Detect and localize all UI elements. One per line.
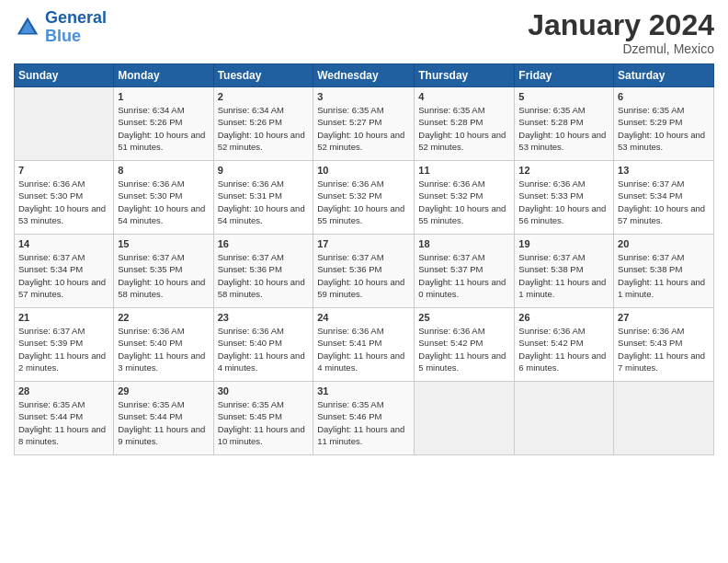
calendar-table: Sunday Monday Tuesday Wednesday Thursday… [14,63,714,455]
day-number: 14 [18,238,109,249]
day-cell-4-3: 31 Sunrise: 6:35 AMSunset: 5:46 PMDaylig… [313,382,415,455]
day-info: Sunrise: 6:35 AMSunset: 5:46 PMDaylight:… [317,398,410,447]
day-number: 4 [418,91,510,102]
day-cell-0-6: 6 Sunrise: 6:35 AMSunset: 5:29 PMDayligh… [614,87,714,161]
day-number: 18 [418,238,510,249]
day-info: Sunrise: 6:37 AMSunset: 5:37 PMDaylight:… [418,251,510,300]
day-number: 3 [317,91,410,102]
day-info: Sunrise: 6:34 AMSunset: 5:26 PMDaylight:… [218,104,310,153]
page-header: General Blue January 2024 Dzemul, Mexico [14,9,714,56]
day-cell-2-2: 16 Sunrise: 6:37 AMSunset: 5:36 PMDaylig… [213,235,313,308]
day-cell-3-0: 21 Sunrise: 6:37 AMSunset: 5:39 PMDaylig… [15,308,114,382]
day-number: 13 [618,165,710,176]
day-number: 6 [618,91,710,102]
day-number: 8 [118,165,209,176]
header-monday: Monday [114,64,213,87]
day-cell-2-3: 17 Sunrise: 6:37 AMSunset: 5:36 PMDaylig… [313,235,415,308]
day-cell-4-1: 29 Sunrise: 6:35 AMSunset: 5:44 PMDaylig… [114,382,213,455]
day-info: Sunrise: 6:36 AMSunset: 5:42 PMDaylight:… [418,325,510,373]
day-info: Sunrise: 6:35 AMSunset: 5:27 PMDaylight:… [317,104,410,153]
day-cell-3-2: 23 Sunrise: 6:36 AMSunset: 5:40 PMDaylig… [213,308,313,382]
day-cell-0-5: 5 Sunrise: 6:35 AMSunset: 5:28 PMDayligh… [515,87,614,161]
day-info: Sunrise: 6:36 AMSunset: 5:31 PMDaylight:… [218,178,310,226]
week-row-3: 14 Sunrise: 6:37 AMSunset: 5:34 PMDaylig… [15,235,714,308]
day-number: 1 [118,91,209,102]
day-number: 21 [18,312,109,323]
day-cell-1-2: 9 Sunrise: 6:36 AMSunset: 5:31 PMDayligh… [213,161,313,235]
day-info: Sunrise: 6:35 AMSunset: 5:45 PMDaylight:… [218,398,310,447]
day-info: Sunrise: 6:36 AMSunset: 5:43 PMDaylight:… [618,325,710,373]
day-cell-2-0: 14 Sunrise: 6:37 AMSunset: 5:34 PMDaylig… [15,235,114,308]
day-info: Sunrise: 6:35 AMSunset: 5:29 PMDaylight:… [618,104,710,153]
day-number: 7 [18,165,109,176]
day-cell-2-4: 18 Sunrise: 6:37 AMSunset: 5:37 PMDaylig… [415,235,515,308]
day-info: Sunrise: 6:37 AMSunset: 5:35 PMDaylight:… [118,251,209,300]
day-number: 25 [418,312,510,323]
day-info: Sunrise: 6:36 AMSunset: 5:42 PMDaylight:… [518,325,609,373]
title-area: January 2024 Dzemul, Mexico [528,9,714,56]
day-number: 19 [518,238,609,249]
day-info: Sunrise: 6:37 AMSunset: 5:38 PMDaylight:… [518,251,609,300]
header-wednesday: Wednesday [313,64,415,87]
day-cell-1-6: 13 Sunrise: 6:37 AMSunset: 5:34 PMDaylig… [614,161,714,235]
day-number: 10 [317,165,410,176]
day-number: 11 [418,165,510,176]
day-cell-2-6: 20 Sunrise: 6:37 AMSunset: 5:38 PMDaylig… [614,235,714,308]
day-cell-3-4: 25 Sunrise: 6:36 AMSunset: 5:42 PMDaylig… [415,308,515,382]
day-number: 5 [518,91,609,102]
day-cell-4-0: 28 Sunrise: 6:35 AMSunset: 5:44 PMDaylig… [15,382,114,455]
day-cell-0-2: 2 Sunrise: 6:34 AMSunset: 5:26 PMDayligh… [213,87,313,161]
day-number: 24 [317,312,410,323]
day-cell-1-3: 10 Sunrise: 6:36 AMSunset: 5:32 PMDaylig… [313,161,415,235]
day-cell-1-4: 11 Sunrise: 6:36 AMSunset: 5:32 PMDaylig… [415,161,515,235]
day-info: Sunrise: 6:36 AMSunset: 5:41 PMDaylight:… [317,325,410,373]
day-number: 22 [118,312,209,323]
day-info: Sunrise: 6:35 AMSunset: 5:28 PMDaylight:… [418,104,510,153]
logo: General Blue [14,9,107,46]
day-cell-4-5 [515,382,614,455]
day-number: 31 [317,385,410,396]
day-number: 20 [618,238,710,249]
day-number: 15 [118,238,209,249]
header-row: Sunday Monday Tuesday Wednesday Thursday… [15,64,714,87]
day-info: Sunrise: 6:36 AMSunset: 5:32 PMDaylight:… [418,178,510,226]
day-number: 12 [518,165,609,176]
day-cell-3-6: 27 Sunrise: 6:36 AMSunset: 5:43 PMDaylig… [614,308,714,382]
logo-text: General Blue [45,9,107,46]
day-cell-0-1: 1 Sunrise: 6:34 AMSunset: 5:26 PMDayligh… [114,87,213,161]
week-row-2: 7 Sunrise: 6:36 AMSunset: 5:30 PMDayligh… [15,161,714,235]
header-thursday: Thursday [415,64,515,87]
day-info: Sunrise: 6:36 AMSunset: 5:40 PMDaylight:… [218,325,310,373]
day-cell-0-3: 3 Sunrise: 6:35 AMSunset: 5:27 PMDayligh… [313,87,415,161]
day-info: Sunrise: 6:35 AMSunset: 5:44 PMDaylight:… [118,398,209,447]
day-number: 9 [218,165,310,176]
location: Dzemul, Mexico [528,41,714,56]
day-cell-2-5: 19 Sunrise: 6:37 AMSunset: 5:38 PMDaylig… [515,235,614,308]
day-info: Sunrise: 6:34 AMSunset: 5:26 PMDaylight:… [118,104,209,153]
day-number: 26 [518,312,609,323]
day-info: Sunrise: 6:35 AMSunset: 5:44 PMDaylight:… [18,398,109,447]
day-info: Sunrise: 6:37 AMSunset: 5:39 PMDaylight:… [18,325,109,373]
day-info: Sunrise: 6:36 AMSunset: 5:30 PMDaylight:… [118,178,209,226]
day-info: Sunrise: 6:36 AMSunset: 5:32 PMDaylight:… [317,178,410,226]
header-friday: Friday [515,64,614,87]
week-row-1: 1 Sunrise: 6:34 AMSunset: 5:26 PMDayligh… [15,87,714,161]
day-info: Sunrise: 6:37 AMSunset: 5:36 PMDaylight:… [317,251,410,300]
day-cell-4-6 [614,382,714,455]
day-number: 29 [118,385,209,396]
day-info: Sunrise: 6:37 AMSunset: 5:38 PMDaylight:… [618,251,710,300]
day-info: Sunrise: 6:36 AMSunset: 5:40 PMDaylight:… [118,325,209,373]
day-number: 2 [218,91,310,102]
day-number: 27 [618,312,710,323]
week-row-5: 28 Sunrise: 6:35 AMSunset: 5:44 PMDaylig… [15,382,714,455]
day-cell-1-1: 8 Sunrise: 6:36 AMSunset: 5:30 PMDayligh… [114,161,213,235]
day-cell-3-3: 24 Sunrise: 6:36 AMSunset: 5:41 PMDaylig… [313,308,415,382]
day-number: 28 [18,385,109,396]
day-info: Sunrise: 6:36 AMSunset: 5:30 PMDaylight:… [18,178,109,226]
header-saturday: Saturday [614,64,714,87]
day-number: 17 [317,238,410,249]
day-cell-1-0: 7 Sunrise: 6:36 AMSunset: 5:30 PMDayligh… [15,161,114,235]
day-info: Sunrise: 6:37 AMSunset: 5:34 PMDaylight:… [18,251,109,300]
day-cell-2-1: 15 Sunrise: 6:37 AMSunset: 5:35 PMDaylig… [114,235,213,308]
day-number: 23 [218,312,310,323]
